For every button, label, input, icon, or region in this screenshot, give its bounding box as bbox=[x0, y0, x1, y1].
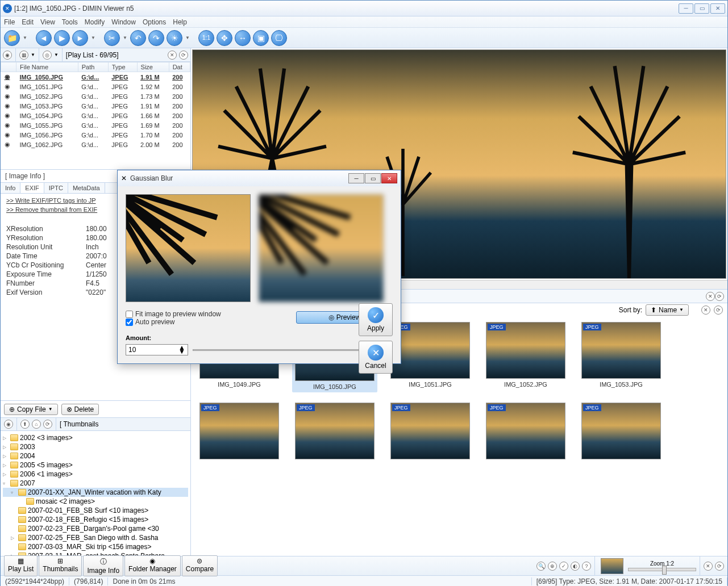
tree-item[interactable]: ▷2005 <5 images> bbox=[3, 461, 188, 470]
titlebar[interactable]: ✕ [1:2] IMG_1050.JPG - DIMIN Viewer n5 ─… bbox=[1, 1, 727, 16]
playlist-icon-2[interactable]: ▦ bbox=[19, 51, 28, 60]
cancel-button[interactable]: ✕Cancel bbox=[359, 341, 393, 374]
zoom-tool-3[interactable]: ✓ bbox=[559, 562, 568, 571]
col-header[interactable]: Dat bbox=[169, 62, 190, 72]
menu-file[interactable]: File bbox=[4, 18, 15, 26]
play-button[interactable]: ▶ bbox=[54, 30, 70, 46]
tree-item[interactable]: ▷2004 bbox=[3, 451, 188, 461]
thumbnail[interactable]: JPEG bbox=[292, 403, 377, 462]
delete-button[interactable]: ⊗Delete bbox=[61, 404, 99, 415]
zoom-tool-4[interactable]: ◐ bbox=[571, 562, 580, 571]
tab-iptc[interactable]: IPTC bbox=[44, 183, 68, 193]
copy-file-button[interactable]: ⊕Copy File▼ bbox=[4, 404, 58, 415]
table-row[interactable]: ◉IMG_1062.JPGG:\d...JPEG2.00 M200 bbox=[1, 140, 190, 149]
bottom-thumbnails[interactable]: ⊞Thumbnails bbox=[39, 555, 82, 576]
thumb-icon-1[interactable]: ◉ bbox=[4, 420, 13, 429]
close-button[interactable]: ✕ bbox=[710, 3, 725, 14]
playlist-refresh[interactable]: ⟳ bbox=[179, 51, 188, 60]
menu-options[interactable]: Options bbox=[143, 18, 166, 26]
thumbnail[interactable]: JPEG bbox=[388, 403, 473, 462]
tree-item[interactable]: ▷2007-02-25_FEB_San Diego with d. Sasha bbox=[3, 533, 188, 542]
tab-exif[interactable]: EXIF bbox=[20, 183, 44, 193]
sort-refresh[interactable]: ⟳ bbox=[714, 305, 723, 315]
tree-item[interactable]: ▷2002 <3 images> bbox=[3, 433, 188, 442]
thumbnail[interactable]: JPEG bbox=[197, 403, 282, 462]
playlist-close[interactable]: ✕ bbox=[168, 51, 177, 60]
apply-button[interactable]: ✓Apply bbox=[359, 303, 393, 336]
col-header[interactable]: Type bbox=[108, 62, 137, 72]
tab-metadata[interactable]: MetaData bbox=[68, 183, 105, 193]
col-header[interactable]: File Name bbox=[16, 62, 78, 72]
thumbnail[interactable]: JPEG bbox=[483, 403, 568, 462]
tree-item[interactable]: 2007-02-01_FEB_SB Surf <10 images> bbox=[3, 506, 188, 515]
thumb-home-icon[interactable]: ⌂ bbox=[32, 420, 41, 429]
zoom-fit-button[interactable]: ✥ bbox=[217, 30, 232, 46]
zoom-tool-5[interactable]: ? bbox=[582, 562, 591, 571]
path-close[interactable]: ✕ bbox=[706, 292, 715, 301]
playlist-table[interactable]: File NamePathTypeSizeDat◉IMG_1050.JPGG:\… bbox=[1, 62, 190, 170]
table-row[interactable]: ◉IMG_1056.JPGG:\d...JPEG1.70 M200 bbox=[1, 130, 190, 140]
open-dropdown[interactable]: ▼ bbox=[22, 35, 28, 40]
bottom-close[interactable]: ✕ bbox=[704, 562, 713, 571]
monitor-button[interactable]: 🖵 bbox=[271, 30, 287, 46]
zoom-slider[interactable] bbox=[628, 568, 696, 571]
preview-original[interactable] bbox=[126, 194, 251, 302]
thumb-refresh-icon[interactable]: ⟳ bbox=[43, 420, 52, 429]
table-row[interactable]: ◉IMG_1054.JPGG:\d...JPEG1.66 M200 bbox=[1, 111, 190, 120]
table-row[interactable]: ◉IMG_1050.JPGG:\d...JPEG1.91 M200 bbox=[1, 72, 190, 82]
dialog-minimize[interactable]: ─ bbox=[348, 173, 364, 183]
zoom-thumbnail[interactable] bbox=[601, 558, 623, 574]
tree-item[interactable]: 2007-02-23_FEB_Dargan's-Pool game <30 bbox=[3, 524, 188, 533]
next-dropdown[interactable]: ▼ bbox=[90, 35, 96, 40]
brightness-button[interactable]: ☀ bbox=[167, 30, 182, 46]
dialog-close[interactable]: ✕ bbox=[381, 173, 397, 183]
col-header[interactable]: Size bbox=[137, 62, 169, 72]
tree-item[interactable]: 2007-03-03_MAR_Ski trip <156 images> bbox=[3, 542, 188, 551]
table-row[interactable]: ◉IMG_1052.JPGG:\d...JPEG1.73 M200 bbox=[1, 91, 190, 101]
menu-help[interactable]: Help bbox=[173, 18, 187, 26]
dialog-titlebar[interactable]: ✕ Gaussian Blur ─ ▭ ✕ bbox=[118, 170, 401, 186]
minimize-button[interactable]: ─ bbox=[679, 3, 693, 14]
auto-preview-checkbox[interactable]: Auto preview bbox=[126, 318, 290, 326]
sort-button[interactable]: ⬆Name▼ bbox=[646, 304, 689, 316]
table-row[interactable]: ◉IMG_1055.JPGG:\d...JPEG1.69 M200 bbox=[1, 120, 190, 130]
bottom-compare[interactable]: ⊜Compare bbox=[182, 555, 218, 576]
tree-item[interactable]: ▿2007 bbox=[3, 479, 188, 488]
bottom-folder-manager[interactable]: ◉Folder Manager bbox=[124, 555, 181, 576]
thumbnail[interactable]: JPEGIMG_1052.JPG bbox=[483, 322, 568, 392]
col-header[interactable]: Path bbox=[78, 62, 108, 72]
bottom-refresh[interactable]: ⟳ bbox=[715, 562, 724, 571]
folder-tree[interactable]: ▷2002 <3 images>▷2003▷2004▷2005 <5 image… bbox=[1, 431, 190, 556]
menu-tools[interactable]: Tools bbox=[62, 18, 78, 26]
thumb-up-icon[interactable]: ⬆ bbox=[20, 420, 30, 429]
menu-view[interactable]: View bbox=[40, 18, 55, 26]
cut-button[interactable]: ✂ bbox=[104, 30, 120, 46]
tree-item[interactable]: ▷2003 bbox=[3, 442, 188, 451]
undo-button[interactable]: ↶ bbox=[130, 30, 146, 46]
maximize-button[interactable]: ▭ bbox=[694, 3, 709, 14]
redo-button[interactable]: ↷ bbox=[148, 30, 164, 46]
menu-modify[interactable]: Modify bbox=[85, 18, 105, 26]
dialog-maximize[interactable]: ▭ bbox=[365, 173, 381, 183]
fit-checkbox[interactable]: Fit image to preview window bbox=[126, 310, 290, 318]
tab-info[interactable]: Info bbox=[1, 183, 20, 193]
menu-window[interactable]: Window bbox=[111, 18, 136, 26]
tree-item[interactable]: ▷2006 <1 images> bbox=[3, 470, 188, 479]
menu-edit[interactable]: Edit bbox=[22, 18, 34, 26]
thumbnail[interactable]: JPEG bbox=[579, 403, 664, 462]
zoom-tool-1[interactable]: 🔍 bbox=[536, 562, 546, 571]
tree-item[interactable]: mosaic <2 images> bbox=[3, 497, 188, 506]
open-button[interactable]: 📁 bbox=[4, 30, 20, 46]
zoom-1-1-button[interactable]: 1:1 bbox=[198, 30, 214, 46]
amount-spinner[interactable]: 10▲▼ bbox=[126, 344, 188, 355]
thumbnail[interactable]: JPEGIMG_1053.JPG bbox=[579, 322, 664, 392]
sort-close[interactable]: ✕ bbox=[701, 305, 710, 315]
zoom-width-button[interactable]: ↔ bbox=[235, 30, 251, 46]
table-row[interactable]: ◉IMG_1051.JPGG:\d...JPEG1.92 M200 bbox=[1, 82, 190, 91]
tree-item[interactable]: 2007-02-18_FEB_Refugio <15 images> bbox=[3, 515, 188, 524]
col-header[interactable] bbox=[1, 62, 16, 72]
prev-button[interactable]: ◄ bbox=[36, 30, 52, 46]
preview-blurred[interactable] bbox=[259, 194, 384, 302]
fullscreen-button[interactable]: ▣ bbox=[253, 30, 269, 46]
tree-item[interactable]: ▿2007-01-XX_JAN_Winter vacation with Kat… bbox=[3, 488, 188, 497]
